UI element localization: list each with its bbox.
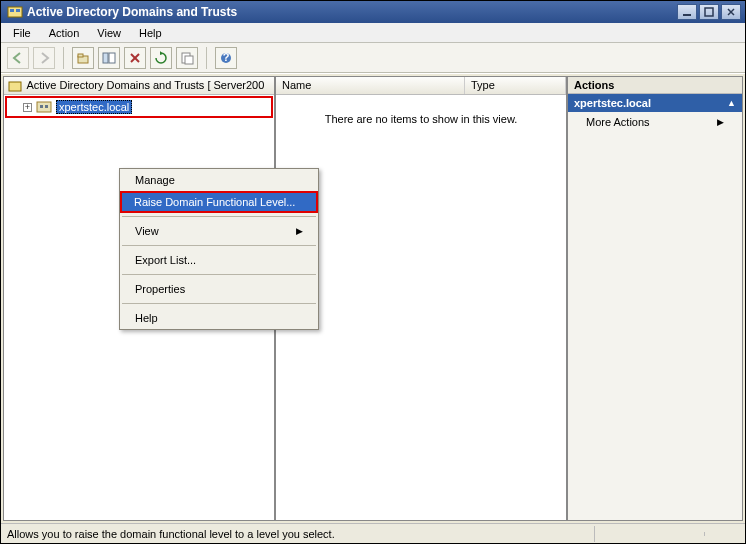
svg-rect-1 [10, 9, 14, 12]
svg-text:?: ? [223, 51, 230, 63]
delete-button[interactable] [124, 47, 146, 69]
refresh-button[interactable] [150, 47, 172, 69]
export-button[interactable] [176, 47, 198, 69]
svg-rect-14 [185, 56, 193, 64]
menu-help[interactable]: Help [131, 25, 170, 41]
actions-header: Actions [568, 77, 742, 94]
collapse-icon: ▲ [727, 98, 736, 108]
titlebar: Active Directory Domains and Trusts [1, 1, 745, 23]
actions-more[interactable]: More Actions ▶ [568, 112, 742, 132]
ctx-separator [122, 245, 316, 246]
tree-node-label: xpertstec.local [56, 100, 132, 114]
menu-action[interactable]: Action [41, 25, 88, 41]
forward-button[interactable] [33, 47, 55, 69]
menu-file[interactable]: File [5, 25, 39, 41]
status-grip [705, 532, 745, 536]
tree-node[interactable]: + xpertstec.local [7, 98, 271, 116]
up-button[interactable] [72, 47, 94, 69]
svg-rect-20 [45, 105, 48, 108]
column-name[interactable]: Name [276, 77, 465, 94]
ctx-separator [122, 274, 316, 275]
tree-header: Active Directory Domains and Trusts [ Se… [4, 77, 274, 95]
empty-list-text: There are no items to show in this view. [276, 95, 566, 143]
chevron-right-icon: ▶ [296, 226, 303, 236]
maximize-button[interactable] [699, 4, 719, 20]
svg-rect-18 [37, 102, 51, 112]
ctx-separator [122, 303, 316, 304]
statusbar: Allows you to raise the domain functiona… [1, 523, 745, 543]
list-header: Name Type [276, 77, 566, 95]
svg-rect-4 [705, 8, 713, 16]
domain-icon [36, 99, 52, 115]
ctx-properties[interactable]: Properties [120, 278, 318, 300]
highlighted-tree-node: + xpertstec.local [5, 96, 273, 118]
actions-more-label: More Actions [586, 116, 650, 128]
window-title: Active Directory Domains and Trusts [27, 5, 677, 19]
minimize-button[interactable] [677, 4, 697, 20]
menu-view[interactable]: View [89, 25, 129, 41]
show-hide-tree-button[interactable] [98, 47, 120, 69]
toolbar-separator [206, 47, 207, 69]
svg-rect-3 [683, 14, 691, 16]
svg-rect-10 [109, 53, 115, 63]
ctx-separator [122, 216, 316, 217]
work-area: Active Directory Domains and Trusts [ Se… [1, 73, 745, 523]
svg-rect-9 [103, 53, 108, 63]
console-tree-root-icon [8, 79, 22, 93]
status-text: Allows you to raise the domain functiona… [1, 526, 595, 542]
actions-selected-item[interactable]: xpertstec.local ▲ [568, 94, 742, 112]
help-button[interactable]: ? [215, 47, 237, 69]
back-button[interactable] [7, 47, 29, 69]
window-buttons [677, 4, 741, 20]
ctx-export-list[interactable]: Export List... [120, 249, 318, 271]
toolbar: ? [1, 43, 745, 73]
svg-rect-8 [78, 54, 83, 57]
actions-panel: Actions xpertstec.local ▲ More Actions ▶ [567, 76, 743, 521]
menubar: File Action View Help [1, 23, 745, 43]
context-menu: Manage Raise Domain Functional Level... … [119, 168, 319, 330]
ctx-view[interactable]: View▶ [120, 220, 318, 242]
ctx-help[interactable]: Help [120, 307, 318, 329]
actions-selected-label: xpertstec.local [574, 97, 651, 109]
app-icon [7, 4, 23, 20]
ctx-raise-domain-functional-level[interactable]: Raise Domain Functional Level... [120, 191, 318, 213]
svg-rect-19 [40, 105, 43, 108]
ctx-manage[interactable]: Manage [120, 169, 318, 191]
tree-root-label: Active Directory Domains and Trusts [ Se… [26, 79, 264, 91]
column-type[interactable]: Type [465, 77, 566, 94]
expand-icon[interactable]: + [23, 103, 32, 112]
chevron-right-icon: ▶ [717, 117, 724, 127]
app-window: Active Directory Domains and Trusts File… [0, 0, 746, 544]
close-button[interactable] [721, 4, 741, 20]
status-pane [595, 532, 705, 536]
svg-rect-2 [16, 9, 20, 12]
toolbar-separator [63, 47, 64, 69]
svg-rect-17 [9, 82, 21, 91]
